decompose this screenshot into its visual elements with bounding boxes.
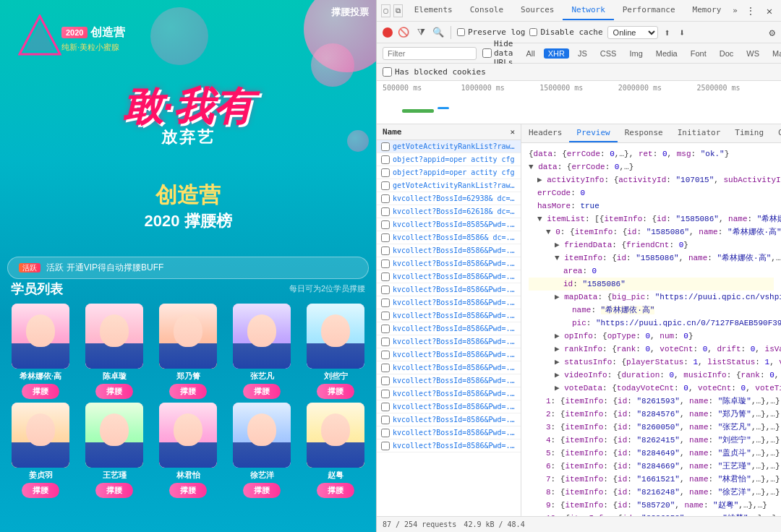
network-item-2-checkbox[interactable]	[381, 155, 390, 164]
network-item-22-checkbox[interactable]	[381, 416, 390, 424]
network-item-6[interactable]: kvcollect?BossId=62618&_dc=...	[377, 205, 521, 218]
json-viewer[interactable]: {data: {errCode: 0,…}, ret: 0, msg: "ok.…	[521, 143, 781, 516]
network-item-12[interactable]: kvcollect?BossId=8586&Pwd=...	[377, 283, 521, 296]
search-icon[interactable]: 🔍	[432, 26, 445, 39]
network-item-6-checkbox[interactable]	[381, 207, 390, 216]
network-item-14-checkbox[interactable]	[381, 312, 390, 320]
vote-btn-9[interactable]: 撑腰	[243, 483, 281, 498]
network-item-3[interactable]: object?appid=oper_actity_cfg	[377, 166, 521, 179]
network-item-19[interactable]: kvcollect?BossId=8586&Pwd=...	[377, 374, 521, 387]
vote-btn-7[interactable]: 撑腰	[95, 483, 133, 498]
throttling-select[interactable]: Online Slow 3G Fast 3G Offline	[607, 26, 658, 39]
network-item-9[interactable]: kvcollect?BossId=8586&Pwd=...	[377, 244, 521, 257]
record-button[interactable]	[383, 27, 393, 38]
network-item-23[interactable]: kvcollect?BossId=8586&Pwd=...	[377, 426, 521, 439]
network-item-17[interactable]: kvcollect?BossId=8586&Pwd=...	[377, 348, 521, 361]
devtools-icon-2[interactable]: ⧉	[393, 4, 403, 17]
filter-media[interactable]: Media	[652, 48, 682, 59]
filter-manifest[interactable]: Manifest	[768, 48, 781, 59]
network-item-13-checkbox[interactable]	[381, 299, 390, 307]
network-item-11[interactable]: kvcollect?BossId=8586&Pwd=...	[377, 270, 521, 283]
network-item-15[interactable]: kvcollect?BossId=8586&Pwd=...	[377, 322, 521, 335]
network-item-23-checkbox[interactable]	[381, 429, 390, 437]
vote-btn-8[interactable]: 撑腰	[169, 483, 207, 498]
tab-console[interactable]: Console	[461, 1, 512, 20]
network-item-13[interactable]: kvcollect?BossId=8586&Pwd=...	[377, 296, 521, 309]
vote-btn-2[interactable]: 撑腰	[95, 384, 133, 399]
detail-tab-cookies[interactable]: Cookies	[771, 124, 781, 142]
close-detail-icon[interactable]: ✕	[510, 127, 515, 137]
vip-bar[interactable]: 活跃 活跃 开通VIP得自动撑腰BUFF	[7, 257, 369, 279]
network-item-14[interactable]: kvcollect?BossId=8586&Pwd=...	[377, 309, 521, 322]
vote-btn-10[interactable]: 撑腰	[317, 483, 354, 498]
tab-network[interactable]: Network	[563, 1, 613, 20]
network-item-24-checkbox[interactable]	[381, 442, 390, 450]
network-item-16[interactable]: kvcollect?BossId=8586&Pwd=...	[377, 335, 521, 348]
network-item-1-checkbox[interactable]	[381, 142, 390, 151]
filter-js[interactable]: JS	[573, 48, 592, 59]
network-item-20[interactable]: kvcollect?BossId=8586&Pwd=...	[377, 387, 521, 400]
detail-tab-headers[interactable]: Headers	[521, 124, 569, 142]
network-item-2[interactable]: object?appid=oper_actity_cfg	[377, 153, 521, 166]
devtools-kebab-icon[interactable]: ⋮	[743, 4, 758, 18]
network-item-1[interactable]: getVoteActivityRankList?raw=1...	[377, 140, 521, 153]
network-item-11-checkbox[interactable]	[381, 273, 390, 281]
network-item-20-checkbox[interactable]	[381, 390, 390, 398]
network-item-5-checkbox[interactable]	[381, 194, 390, 203]
network-item-12-checkbox[interactable]	[381, 286, 390, 294]
filter-all[interactable]: All	[522, 48, 539, 59]
devtools-more-tabs[interactable]: »	[730, 1, 741, 20]
settings-icon[interactable]: ⚙	[769, 27, 775, 38]
detail-tab-initiator[interactable]: Initiator	[670, 124, 728, 142]
network-item-7-checkbox[interactable]	[381, 220, 390, 229]
network-item-18[interactable]: kvcollect?BossId=8586&Pwd=...	[377, 361, 521, 374]
upload-icon[interactable]: ⬆	[662, 27, 673, 38]
network-item-5[interactable]: kvcollect?BossId=62938&_dc=...	[377, 192, 521, 205]
filter-img[interactable]: Img	[625, 48, 646, 59]
network-item-8-checkbox[interactable]	[381, 233, 390, 242]
network-item-10[interactable]: kvcollect?BossId=8586&Pwd=...	[377, 257, 521, 270]
filter-xhr[interactable]: XHR	[544, 48, 569, 59]
vote-btn-4[interactable]: 撑腰	[243, 384, 281, 399]
tab-elements[interactable]: Elements	[406, 1, 461, 20]
filter-input[interactable]	[383, 47, 477, 60]
devtools-icon-1[interactable]: ▢	[381, 4, 390, 17]
network-item-4-checkbox[interactable]	[381, 181, 390, 190]
network-item-17-checkbox[interactable]	[381, 351, 390, 359]
network-item-16-checkbox[interactable]	[381, 338, 390, 346]
network-item-15-checkbox[interactable]	[381, 325, 390, 333]
clear-button[interactable]: 🚫	[397, 26, 410, 39]
network-item-10-checkbox[interactable]	[381, 259, 390, 268]
vote-btn-3[interactable]: 撑腰	[169, 384, 207, 399]
vote-btn-5[interactable]: 撑腰	[317, 384, 354, 399]
devtools-close-icon[interactable]: ✕	[762, 4, 777, 18]
download-icon[interactable]: ⬇	[677, 27, 687, 38]
network-item-7[interactable]: kvcollect?BossId=8585&Pwd=...	[377, 218, 521, 231]
network-item-4[interactable]: getVoteActivityRankList?raw=1...	[377, 179, 521, 192]
filter-icon[interactable]: ⧩	[414, 26, 427, 39]
filter-css[interactable]: CSS	[596, 48, 621, 59]
filter-doc[interactable]: Doc	[715, 48, 738, 59]
network-item-22[interactable]: kvcollect?BossId=8586&Pwd=...	[377, 413, 521, 426]
network-item-9-checkbox[interactable]	[381, 246, 390, 255]
hide-data-urls-checkbox[interactable]	[482, 48, 492, 58]
network-item-18-checkbox[interactable]	[381, 364, 390, 372]
network-item-3-checkbox[interactable]	[381, 168, 390, 177]
disable-cache-checkbox[interactable]	[529, 28, 537, 36]
tab-memory[interactable]: Memory	[684, 1, 730, 20]
network-item-24[interactable]: kvcollect?BossId=8586&Pwd=...	[377, 439, 521, 452]
tab-sources[interactable]: Sources	[512, 1, 563, 20]
tab-performance[interactable]: Performance	[614, 1, 684, 20]
network-item-21-checkbox[interactable]	[381, 403, 390, 411]
network-item-19-checkbox[interactable]	[381, 377, 390, 385]
preserve-log-checkbox[interactable]	[457, 28, 465, 36]
filter-ws[interactable]: WS	[742, 48, 764, 59]
detail-tab-timing[interactable]: Timing	[727, 124, 771, 142]
network-item-21[interactable]: kvcollect?BossId=8586&Pwd=...	[377, 400, 521, 413]
webpage-header-btn[interactable]: 撑腰投票	[331, 6, 369, 19]
detail-tab-response[interactable]: Response	[618, 124, 670, 142]
vote-btn-1[interactable]: 撑腰	[22, 384, 59, 399]
vote-btn-6[interactable]: 撑腰	[22, 483, 59, 498]
filter-font[interactable]: Font	[686, 48, 711, 59]
network-item-8[interactable]: kvcollect?BossId=8586&_dc=...	[377, 231, 521, 244]
